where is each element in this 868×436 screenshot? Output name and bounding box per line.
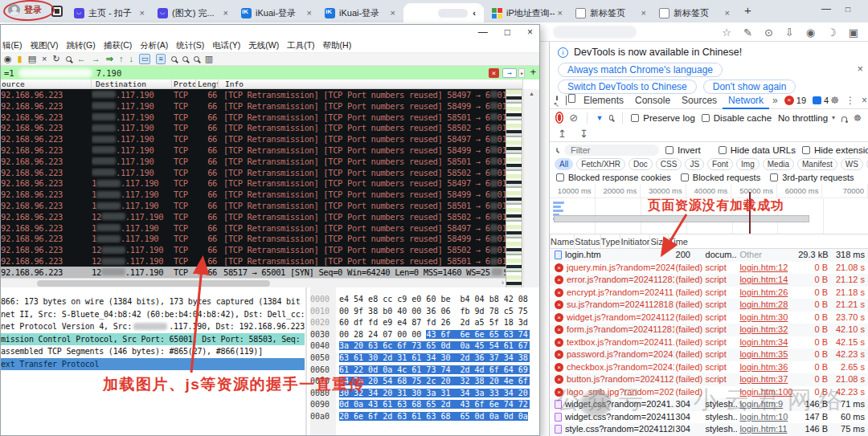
notification-pill-button[interactable]: Switch DevTools to Chinese bbox=[558, 79, 697, 94]
packet-minimap-scrollbar[interactable] bbox=[506, 89, 522, 302]
request-initiator-link[interactable]: login.htm:36 bbox=[739, 362, 788, 372]
packet-row[interactable]: 92.168.96.223 1.117.190 TCP 66 [TCP Retr… bbox=[1, 189, 506, 200]
browser-tab[interactable]: ‹ bbox=[403, 3, 484, 22]
menu-item[interactable]: 工具(T) bbox=[287, 40, 314, 51]
menu-item[interactable]: 捕获(C) bbox=[104, 40, 133, 51]
type-filter-chip[interactable]: Media bbox=[763, 158, 794, 170]
packet-row[interactable]: 92.168.96.223 .117.190 TCP 66 [TCP Retra… bbox=[1, 100, 506, 112]
reload-capture-icon[interactable]: ↻ bbox=[53, 55, 60, 63]
browser-tab[interactable]: iP地址查询-- × bbox=[487, 3, 567, 22]
column-header[interactable]: Name bbox=[550, 234, 574, 249]
column-length[interactable]: Lengt bbox=[196, 79, 219, 88]
column-header[interactable]: Time bbox=[668, 234, 688, 249]
request-initiator-link[interactable]: login.htm:34 bbox=[739, 337, 788, 347]
detail-line[interactable]: net Protocol Version 4, Src: .117.190, D… bbox=[1, 320, 305, 333]
dark-mode-extension-icon[interactable]: ☽ bbox=[827, 26, 837, 39]
type-filter-chip[interactable]: Fetch/XHR bbox=[576, 158, 625, 170]
packet-row[interactable]: 92.168.96.223 .117.190 TCP 66 [TCP Retra… bbox=[1, 145, 506, 156]
tab-close-icon[interactable]: × bbox=[558, 8, 563, 18]
packet-row[interactable]: 92.168.96.223 12.117.190 TCP 66 [TCP Ret… bbox=[1, 244, 506, 255]
notification-close-icon[interactable]: × bbox=[857, 63, 863, 75]
packet-row[interactable]: 92.168.96.223 .117.190 TCP 66 [TCP Retra… bbox=[1, 156, 506, 167]
history-extension-icon[interactable]: ⊙ bbox=[764, 26, 773, 39]
hex-row[interactable]: 005063 61 30 2d 31 61 34 30 2d 36 37 34 … bbox=[310, 352, 530, 365]
zoom-in-icon[interactable] bbox=[171, 56, 177, 62]
menu-item[interactable]: 辑(E) bbox=[2, 40, 23, 51]
autoscroll-toggle-icon[interactable]: ▭ bbox=[139, 54, 151, 64]
hex-row[interactable]: 0000e4 54 e8 cc c9 e0 60 be b4 04 b8 42 … bbox=[310, 294, 530, 306]
column-header[interactable]: Status bbox=[574, 234, 600, 249]
packet-row[interactable]: 92.168.96.223 1.117.190 TCP 66 [TCP Retr… bbox=[1, 178, 506, 189]
request-initiator-link[interactable]: login.htm:12 bbox=[739, 263, 788, 272]
download-icon[interactable]: ⇩ bbox=[785, 26, 794, 39]
request-initiator-link[interactable]: login.htm:26 bbox=[739, 287, 788, 297]
ws-close-button[interactable]: × bbox=[527, 26, 533, 38]
wireshark-title-bar[interactable]: — □ × bbox=[1, 25, 539, 39]
network-request-row[interactable]: ×widget.js?random=2024112... (failed)...… bbox=[550, 312, 868, 324]
detail-line[interactable]: assembled TCP Segments (146 bytes): #865… bbox=[1, 345, 305, 358]
edit-extension-icon[interactable]: ✎ bbox=[743, 26, 752, 39]
save-capture-icon[interactable]: ▤ bbox=[28, 55, 36, 63]
network-request-row[interactable]: login.htm 200 docum... Other 29.3 kB 318… bbox=[550, 249, 868, 262]
filter-dropdown-icon[interactable]: ▾ bbox=[518, 68, 525, 78]
column-header[interactable]: Initiator bbox=[620, 234, 649, 249]
network-request-row[interactable]: style.css?random=20241128... 304 stylesh… bbox=[550, 423, 868, 436]
pane-divider[interactable] bbox=[305, 287, 307, 435]
packet-row[interactable]: 92.168.96.223 1.117.190 TCP 66 [TCP Retr… bbox=[1, 234, 506, 245]
resize-columns-icon[interactable]: ▥ bbox=[205, 55, 213, 63]
menu-item[interactable]: 跳转(G) bbox=[67, 40, 96, 51]
column-header[interactable]: Size bbox=[649, 234, 667, 249]
packet-row[interactable]: 92.168.96.223 12.117.190 TCP 66 [TCP Ret… bbox=[1, 255, 506, 267]
hex-row[interactable]: 00403a 20 63 6c 6f 73 65 0d 0a 45 54 61 … bbox=[310, 340, 530, 352]
network-request-row[interactable]: ×password.js?random=20241... (failed)...… bbox=[550, 348, 868, 361]
menu-item[interactable]: 分析(A) bbox=[140, 40, 168, 51]
ws-maximize-button[interactable]: □ bbox=[505, 26, 510, 38]
tab-close-icon[interactable]: × bbox=[223, 8, 228, 18]
browser-tab[interactable]: (图文) 完... × bbox=[153, 3, 233, 22]
network-conditions-icon[interactable] bbox=[841, 116, 847, 122]
har-export-icon[interactable]: ↧ bbox=[579, 128, 588, 140]
browser-tab[interactable]: 新标签页 × bbox=[571, 3, 651, 22]
detail-line[interactable]: mission Control Protocol, Src Port: 6500… bbox=[1, 333, 305, 346]
network-request-row[interactable]: ×checkbox.js?random=20241... (failed)...… bbox=[550, 361, 868, 374]
next-packet-icon[interactable]: → bbox=[92, 55, 100, 63]
filter-funnel-icon[interactable]: ▼ bbox=[596, 114, 604, 122]
new-tab-button[interactable]: + bbox=[744, 3, 751, 17]
type-filter-chip[interactable]: Manifest bbox=[797, 158, 837, 170]
display-filter-bar[interactable]: =1 7.190 × → ▾ + bbox=[1, 66, 539, 79]
window-minimize-button[interactable]: — bbox=[821, 3, 831, 14]
zoom-reset-icon[interactable] bbox=[194, 56, 199, 62]
column-header[interactable]: Type bbox=[600, 234, 620, 249]
window-maximize-button[interactable]: □ bbox=[845, 5, 850, 14]
type-filter-chip[interactable]: WS bbox=[841, 158, 863, 170]
hex-row[interactable]: 00a020 6e 6f 2d 63 61 63 68 65 0d 0a 0d … bbox=[310, 411, 530, 423]
request-initiator-link[interactable]: Other bbox=[739, 250, 762, 259]
more-tabs-icon[interactable]: » bbox=[772, 95, 778, 106]
packet-row[interactable]: 92.168.96.223 .117.190 TCP 66 [TCP Retra… bbox=[1, 167, 506, 178]
blocked-filter-checkbox[interactable]: Blocked response cookies bbox=[556, 173, 671, 182]
device-toolbar-icon[interactable] bbox=[566, 96, 567, 105]
notification-pill-button[interactable]: Don't show again bbox=[703, 79, 796, 94]
zoom-out-icon[interactable] bbox=[182, 56, 188, 62]
request-initiator-link[interactable]: login.htm:35 bbox=[739, 349, 788, 359]
stop-capture-icon[interactable]: ▮ bbox=[18, 55, 23, 63]
workspaces-extension-icon[interactable]: ▣ bbox=[849, 26, 858, 39]
detail-line[interactable]: 866: 173 bytes on wire (1384 bits), 173 … bbox=[1, 295, 305, 308]
har-import-icon[interactable]: ↥ bbox=[558, 128, 567, 140]
column-info[interactable]: Info bbox=[219, 79, 523, 88]
type-filter-chip[interactable]: All bbox=[555, 158, 573, 170]
menu-item[interactable]: 视图(V) bbox=[31, 40, 59, 51]
filter-apply-icon[interactable]: → bbox=[502, 68, 517, 78]
first-packet-icon[interactable]: ↑ bbox=[119, 55, 124, 63]
packet-row[interactable]: 92.168.96.223 1.117.190 TCP 66 [TCP Retr… bbox=[1, 222, 506, 234]
filter-clear-icon[interactable]: × bbox=[489, 68, 499, 78]
hex-row[interactable]: 002060 df fd e9 e4 87 fd 26 2d a5 5f 18 … bbox=[310, 317, 530, 329]
error-badge[interactable]: × 19 bbox=[784, 96, 806, 105]
search-icon[interactable] bbox=[609, 115, 612, 120]
detail-line[interactable]: ext Transfer Protocol bbox=[1, 358, 305, 371]
packet-row[interactable]: 92.168.96.223 .117.190 TCP 66 [TCP Retra… bbox=[1, 122, 506, 133]
hex-row[interactable]: 001000 9f 38 b0 40 00 36 06 fb 9d 78 c5 … bbox=[310, 306, 530, 318]
tab-close-icon[interactable]: × bbox=[641, 8, 646, 18]
message-badge[interactable]: 4 bbox=[813, 96, 829, 105]
capture-options-icon[interactable]: ◉ bbox=[4, 55, 12, 63]
